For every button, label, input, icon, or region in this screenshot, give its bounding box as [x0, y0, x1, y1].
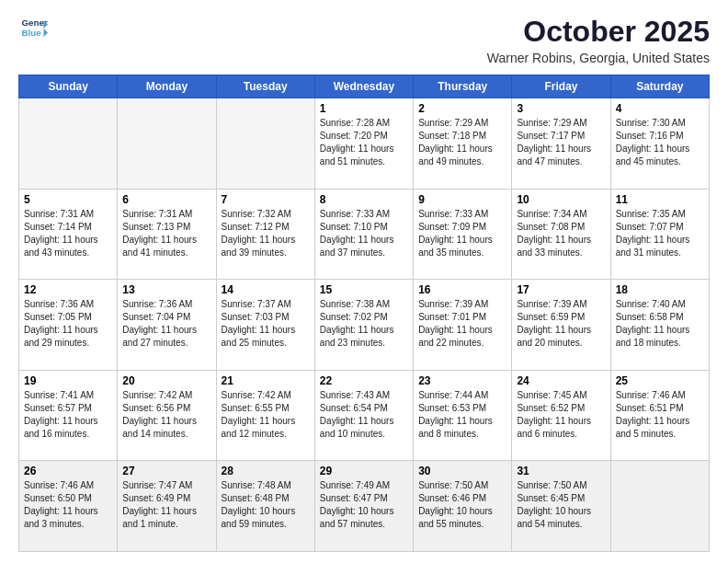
day-number-29: 29 — [320, 465, 408, 477]
title-block: October 2025 Warner Robins, Georgia, Uni… — [487, 15, 710, 65]
header-tuesday: Tuesday — [216, 75, 314, 98]
day-info-17: Sunrise: 7:39 AM Sunset: 6:59 PM Dayligh… — [517, 298, 605, 350]
day-info-5: Sunrise: 7:31 AM Sunset: 7:14 PM Dayligh… — [24, 208, 112, 259]
day-info-21: Sunrise: 7:42 AM Sunset: 6:55 PM Dayligh… — [222, 389, 310, 441]
day-cell-2-2: 14Sunrise: 7:37 AM Sunset: 7:03 PM Dayli… — [216, 280, 314, 371]
day-info-20: Sunrise: 7:42 AM Sunset: 6:56 PM Dayligh… — [122, 389, 210, 441]
day-info-4: Sunrise: 7:30 AM Sunset: 7:16 PM Dayligh… — [616, 117, 704, 168]
day-info-28: Sunrise: 7:48 AM Sunset: 6:48 PM Dayligh… — [222, 479, 310, 531]
day-info-11: Sunrise: 7:35 AM Sunset: 7:07 PM Dayligh… — [616, 208, 704, 259]
day-cell-1-5: 10Sunrise: 7:34 AM Sunset: 7:08 PM Dayli… — [512, 189, 610, 280]
day-info-22: Sunrise: 7:43 AM Sunset: 6:54 PM Dayligh… — [320, 389, 408, 441]
day-number-26: 26 — [24, 465, 112, 477]
day-cell-3-3: 22Sunrise: 7:43 AM Sunset: 6:54 PM Dayli… — [314, 370, 413, 461]
day-cell-4-1: 27Sunrise: 7:47 AM Sunset: 6:49 PM Dayli… — [118, 461, 216, 552]
day-info-31: Sunrise: 7:50 AM Sunset: 6:45 PM Dayligh… — [517, 479, 605, 531]
day-cell-2-3: 15Sunrise: 7:38 AM Sunset: 7:02 PM Dayli… — [314, 280, 413, 371]
day-cell-0-3: 1Sunrise: 7:28 AM Sunset: 7:20 PM Daylig… — [314, 98, 413, 190]
day-cell-1-1: 6Sunrise: 7:31 AM Sunset: 7:13 PM Daylig… — [118, 189, 216, 280]
day-number-27: 27 — [122, 465, 210, 477]
day-number-14: 14 — [222, 283, 310, 296]
week-row-4: 19Sunrise: 7:41 AM Sunset: 6:57 PM Dayli… — [19, 370, 710, 461]
day-number-19: 19 — [24, 374, 112, 387]
day-cell-4-0: 26Sunrise: 7:46 AM Sunset: 6:50 PM Dayli… — [19, 461, 118, 552]
day-number-21: 21 — [222, 374, 310, 387]
day-info-24: Sunrise: 7:45 AM Sunset: 6:52 PM Dayligh… — [517, 389, 605, 441]
calendar-table: Sunday Monday Tuesday Wednesday Thursday… — [18, 75, 710, 552]
day-number-31: 31 — [517, 465, 605, 477]
week-row-5: 26Sunrise: 7:46 AM Sunset: 6:50 PM Dayli… — [19, 461, 710, 552]
day-number-10: 10 — [517, 193, 605, 206]
day-cell-3-0: 19Sunrise: 7:41 AM Sunset: 6:57 PM Dayli… — [19, 370, 118, 461]
day-cell-3-2: 21Sunrise: 7:42 AM Sunset: 6:55 PM Dayli… — [216, 370, 314, 461]
svg-text:Blue: Blue — [22, 28, 42, 38]
day-info-10: Sunrise: 7:34 AM Sunset: 7:08 PM Dayligh… — [517, 208, 605, 259]
day-number-18: 18 — [616, 283, 704, 296]
day-cell-3-6: 25Sunrise: 7:46 AM Sunset: 6:51 PM Dayli… — [610, 370, 709, 461]
day-info-9: Sunrise: 7:33 AM Sunset: 7:09 PM Dayligh… — [418, 208, 506, 259]
location-title: Warner Robins, Georgia, United States — [487, 51, 710, 65]
header-sunday: Sunday — [19, 75, 118, 98]
day-number-9: 9 — [418, 193, 506, 206]
header-saturday: Saturday — [610, 75, 709, 98]
day-cell-4-4: 30Sunrise: 7:50 AM Sunset: 6:46 PM Dayli… — [414, 461, 512, 552]
day-info-19: Sunrise: 7:41 AM Sunset: 6:57 PM Dayligh… — [24, 389, 112, 441]
day-number-6: 6 — [122, 193, 210, 206]
day-cell-3-1: 20Sunrise: 7:42 AM Sunset: 6:56 PM Dayli… — [118, 370, 216, 461]
day-info-30: Sunrise: 7:50 AM Sunset: 6:46 PM Dayligh… — [418, 479, 506, 531]
day-info-2: Sunrise: 7:29 AM Sunset: 7:18 PM Dayligh… — [418, 117, 506, 168]
day-info-18: Sunrise: 7:40 AM Sunset: 6:58 PM Dayligh… — [616, 298, 704, 350]
day-cell-4-3: 29Sunrise: 7:49 AM Sunset: 6:47 PM Dayli… — [314, 461, 413, 552]
day-cell-0-6: 4Sunrise: 7:30 AM Sunset: 7:16 PM Daylig… — [610, 98, 709, 190]
day-number-22: 22 — [320, 374, 408, 387]
day-info-12: Sunrise: 7:36 AM Sunset: 7:05 PM Dayligh… — [24, 298, 112, 350]
week-row-2: 5Sunrise: 7:31 AM Sunset: 7:14 PM Daylig… — [19, 189, 710, 280]
day-number-23: 23 — [418, 374, 506, 387]
day-cell-2-6: 18Sunrise: 7:40 AM Sunset: 6:58 PM Dayli… — [610, 280, 709, 371]
day-cell-4-2: 28Sunrise: 7:48 AM Sunset: 6:48 PM Dayli… — [216, 461, 314, 552]
header-wednesday: Wednesday — [314, 75, 413, 98]
day-info-1: Sunrise: 7:28 AM Sunset: 7:20 PM Dayligh… — [320, 117, 408, 168]
day-number-7: 7 — [222, 193, 310, 206]
day-info-27: Sunrise: 7:47 AM Sunset: 6:49 PM Dayligh… — [122, 479, 210, 531]
day-number-30: 30 — [418, 465, 506, 477]
day-info-26: Sunrise: 7:46 AM Sunset: 6:50 PM Dayligh… — [24, 479, 112, 531]
logo: General Blue — [18, 15, 48, 42]
page: General Blue October 2025 Warner Robins,… — [0, 0, 728, 563]
day-number-24: 24 — [517, 374, 605, 387]
day-cell-3-5: 24Sunrise: 7:45 AM Sunset: 6:52 PM Dayli… — [512, 370, 610, 461]
day-number-20: 20 — [122, 374, 210, 387]
day-number-17: 17 — [517, 283, 605, 296]
day-info-7: Sunrise: 7:32 AM Sunset: 7:12 PM Dayligh… — [222, 208, 310, 259]
day-info-6: Sunrise: 7:31 AM Sunset: 7:13 PM Dayligh… — [122, 208, 210, 259]
day-cell-2-1: 13Sunrise: 7:36 AM Sunset: 7:04 PM Dayli… — [118, 280, 216, 371]
day-info-29: Sunrise: 7:49 AM Sunset: 6:47 PM Dayligh… — [320, 479, 408, 531]
day-cell-0-4: 2Sunrise: 7:29 AM Sunset: 7:18 PM Daylig… — [414, 98, 512, 190]
day-info-16: Sunrise: 7:39 AM Sunset: 7:01 PM Dayligh… — [418, 298, 506, 350]
month-title: October 2025 — [487, 15, 710, 49]
day-cell-0-2 — [216, 98, 314, 190]
day-info-25: Sunrise: 7:46 AM Sunset: 6:51 PM Dayligh… — [616, 389, 704, 441]
day-info-15: Sunrise: 7:38 AM Sunset: 7:02 PM Dayligh… — [320, 298, 408, 350]
day-cell-0-0 — [19, 98, 118, 190]
day-info-3: Sunrise: 7:29 AM Sunset: 7:17 PM Dayligh… — [517, 117, 605, 168]
day-info-13: Sunrise: 7:36 AM Sunset: 7:04 PM Dayligh… — [122, 298, 210, 350]
day-info-23: Sunrise: 7:44 AM Sunset: 6:53 PM Dayligh… — [418, 389, 506, 441]
day-cell-0-1 — [118, 98, 216, 190]
day-cell-2-0: 12Sunrise: 7:36 AM Sunset: 7:05 PM Dayli… — [19, 280, 118, 371]
day-cell-2-5: 17Sunrise: 7:39 AM Sunset: 6:59 PM Dayli… — [512, 280, 610, 371]
day-info-14: Sunrise: 7:37 AM Sunset: 7:03 PM Dayligh… — [222, 298, 310, 350]
header-friday: Friday — [512, 75, 610, 98]
day-cell-1-2: 7Sunrise: 7:32 AM Sunset: 7:12 PM Daylig… — [216, 189, 314, 280]
day-cell-1-0: 5Sunrise: 7:31 AM Sunset: 7:14 PM Daylig… — [19, 189, 118, 280]
day-number-4: 4 — [616, 102, 704, 115]
day-number-15: 15 — [320, 283, 408, 296]
week-row-1: 1Sunrise: 7:28 AM Sunset: 7:20 PM Daylig… — [19, 98, 710, 190]
day-cell-1-3: 8Sunrise: 7:33 AM Sunset: 7:10 PM Daylig… — [314, 189, 413, 280]
weekday-header-row: Sunday Monday Tuesday Wednesday Thursday… — [19, 75, 710, 98]
day-number-13: 13 — [122, 283, 210, 296]
header: General Blue October 2025 Warner Robins,… — [18, 15, 710, 65]
day-cell-2-4: 16Sunrise: 7:39 AM Sunset: 7:01 PM Dayli… — [414, 280, 512, 371]
day-number-12: 12 — [24, 283, 112, 296]
day-info-8: Sunrise: 7:33 AM Sunset: 7:10 PM Dayligh… — [320, 208, 408, 259]
